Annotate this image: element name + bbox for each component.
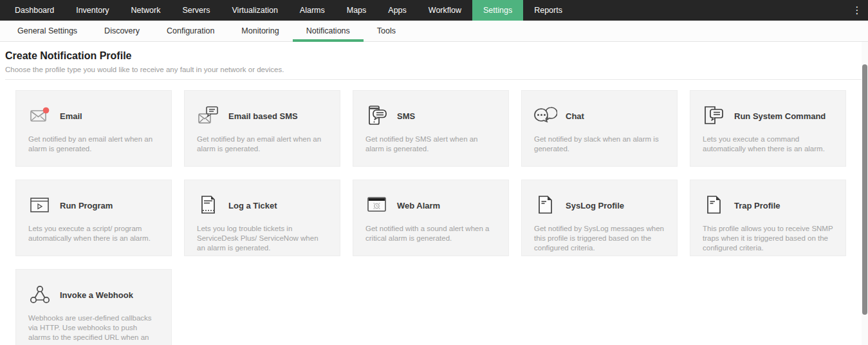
card-description: Lets you log trouble tickets in ServiceD… [197,224,328,254]
card-title: Email [60,111,82,121]
card-description: This profile allows you to receive SNMP … [703,224,833,254]
topnav-item-dashboard[interactable]: Dashboard [4,0,65,21]
card-description: Get notified by slack when an alarm is g… [534,135,665,154]
card-description: Lets you execute a command automatically… [703,135,833,154]
email-sms-icon [197,104,220,127]
profile-card-web-alarm[interactable]: Web Alarm Get notified with a sound aler… [353,180,509,256]
notification-profile-grid: Email Get notified by an email alert whe… [0,80,868,345]
profile-card-syslog-profile[interactable]: SysLog Profile Get notified by SysLog me… [521,180,678,256]
topnav-item-apps[interactable]: Apps [377,0,418,21]
email-icon [28,104,51,127]
card-title: Trap Profile [734,201,780,210]
subnav-item-tools[interactable]: Tools [364,21,409,41]
topnav-item-alarms[interactable]: Alarms [289,0,336,21]
topnav-item-workflow[interactable]: Workflow [418,0,472,21]
topnav-item-network[interactable]: Network [120,0,172,21]
profile-card-invoke-a-webhook[interactable]: Invoke a Webhook Webhooks are user-defin… [15,269,172,345]
card-title: Invoke a Webhook [60,290,133,300]
profile-card-sms[interactable]: SMS Get notified by SMS alert when an al… [353,90,509,167]
card-description: Get notified with a sound alert when a c… [365,224,496,243]
subnav-item-discovery[interactable]: Discovery [91,21,153,41]
card-title: Run System Command [734,111,826,121]
profile-card-run-system-command[interactable]: Run System Command Lets you execute a co… [690,90,846,167]
topnav-item-settings[interactable]: Settings [472,0,523,21]
page-subtitle: Choose the profile type you would like t… [5,66,863,73]
sms-icon [365,104,389,127]
subnav-item-notifications[interactable]: Notifications [293,21,364,41]
topnav-item-inventory[interactable]: Inventory [65,0,120,21]
web-alarm-icon [365,194,389,217]
profile-card-email-based-sms[interactable]: Email based SMS Get notified by an email… [184,90,340,167]
syslog-profile-icon [534,194,557,217]
topnav-item-virtualization[interactable]: Virtualization [221,0,289,21]
vertical-scrollbar[interactable] [862,42,868,345]
card-description: Get notified by SMS alert when an alarm … [365,135,496,154]
card-title: SysLog Profile [566,201,624,210]
card-description: Get notified by SysLog messages when thi… [534,224,665,254]
topnav-item-maps[interactable]: Maps [336,0,378,21]
overflow-menu-icon[interactable]: ⋮ [850,0,864,21]
profile-card-log-a-ticket[interactable]: Log a Ticket Lets you log trouble ticket… [184,180,340,256]
settings-subnav: General Settings Discovery Configuration… [0,21,868,42]
run-program-icon [28,194,51,217]
card-description: Get notified by an email alert when an a… [28,135,159,154]
top-navbar: Dashboard Inventory Network Servers Virt… [0,0,868,21]
subnav-item-configuration[interactable]: Configuration [153,21,228,41]
subnav-item-general-settings[interactable]: General Settings [4,21,91,41]
trap-profile-icon [703,194,726,217]
card-title: Web Alarm [397,201,440,210]
chat-icon [534,104,557,127]
page-title: Create Notification Profile [5,50,863,62]
card-title: SMS [397,111,415,121]
profile-card-trap-profile[interactable]: Trap Profile This profile allows you to … [690,180,846,256]
profile-card-chat[interactable]: Chat Get notified by slack when an alarm… [521,90,678,167]
card-description: Get notified by an email alert when an a… [197,135,328,154]
page-header: Create Notification Profile Choose the p… [0,42,868,80]
card-title: Chat [566,111,584,121]
topnav-item-reports[interactable]: Reports [523,0,573,21]
profile-card-email[interactable]: Email Get notified by an email alert whe… [15,90,172,167]
webhook-icon [28,283,51,306]
profile-card-run-program[interactable]: Run Program Lets you execute a script/ p… [15,180,172,256]
card-title: Run Program [60,201,113,210]
topnav-item-servers[interactable]: Servers [171,0,221,21]
card-title: Email based SMS [228,111,298,121]
card-description: Lets you execute a script/ program autom… [28,224,159,243]
scrollbar-thumb[interactable] [862,64,867,315]
log-ticket-icon [197,194,220,217]
card-description: Webhooks are user-defined callbacks via … [28,313,159,345]
card-title: Log a Ticket [228,201,277,210]
run-system-command-icon [703,104,726,127]
subnav-item-monitoring[interactable]: Monitoring [228,21,292,41]
